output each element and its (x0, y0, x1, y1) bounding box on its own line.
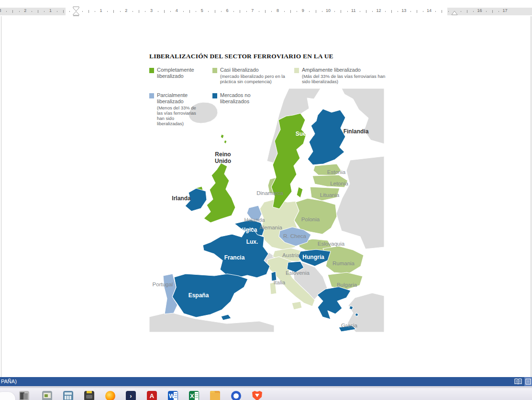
ruler-tick (133, 11, 133, 12)
country-label: Polonia (301, 216, 320, 222)
files-icon[interactable] (19, 391, 29, 400)
firefox-icon[interactable] (105, 391, 115, 400)
legend-swatch-green (149, 68, 154, 73)
country-label: R. Checa (283, 233, 307, 239)
ruler-tick (38, 10, 38, 13)
ruler-tick (284, 11, 285, 12)
legend-note: (Menos del 33% de las vías ferroviarias … (157, 105, 200, 126)
calculator-icon[interactable] (63, 391, 73, 400)
ruler-number: 11 (351, 8, 355, 13)
country-label: Rumania (332, 260, 355, 266)
ruler-tick (89, 10, 89, 13)
ruler-tick (44, 11, 44, 12)
legend-label: Casi liberalizado (220, 67, 293, 73)
ruler-tick (334, 11, 335, 12)
ruler-tick (170, 11, 171, 12)
country-label: Francia (224, 254, 245, 261)
status-bar: PAÑA) (0, 377, 532, 386)
ruler-tick (372, 11, 373, 12)
country-label: Bélgica (237, 227, 257, 233)
ruler-tick (19, 11, 20, 12)
ruler-tick (492, 10, 493, 13)
browser-ring-icon[interactable] (231, 391, 241, 400)
first-line-indent-marker[interactable] (73, 7, 79, 11)
ruler[interactable]: 32112345678910111213141617 (0, 0, 532, 16)
ruler-number: 16 (477, 8, 482, 13)
ruler-tick (341, 10, 341, 13)
ruler-tick (221, 11, 222, 12)
right-indent-marker[interactable] (451, 11, 458, 16)
north-africa-shape (149, 312, 274, 332)
legend-item-no-liberalizados: Mercados no liberalizados (212, 92, 270, 105)
acrobat-icon[interactable]: A (147, 391, 157, 400)
ruler-tick (417, 10, 417, 13)
country-label: Letonia (330, 181, 348, 186)
country-label: Eslovaquia (318, 241, 345, 247)
hanging-indent-marker[interactable] (73, 11, 79, 15)
ruler-number: 7 (251, 8, 254, 13)
ruler-tick (189, 10, 190, 13)
country-label: Lituania (320, 192, 340, 198)
legend-note: (mercado liberalizado pero en la práctic… (220, 74, 293, 84)
ruler-tick (107, 11, 108, 12)
country-francia (203, 228, 270, 278)
ruler-tick (63, 10, 64, 13)
country-grecia (317, 287, 351, 319)
read-mode-button[interactable] (512, 377, 524, 386)
country-label: Hungría (302, 254, 324, 260)
ruler-number: 10 (326, 8, 331, 13)
country-greek-island-2 (355, 313, 358, 316)
ruler-tick (290, 10, 291, 13)
ruler-tick (423, 11, 423, 12)
ruler-tick (69, 11, 70, 12)
excel-icon[interactable]: X (189, 391, 199, 400)
ruler-number: 2 (125, 8, 127, 13)
word-icon[interactable]: W (168, 391, 178, 400)
ruler-tick (183, 11, 184, 12)
ruler-number: 3 (150, 8, 153, 13)
image-viewer-icon[interactable] (42, 391, 52, 400)
folder-icon[interactable] (210, 391, 220, 400)
start-button[interactable] (0, 392, 15, 400)
ruler-tick (32, 11, 32, 12)
country-label: ReinoUnido (215, 151, 231, 164)
ruler-tick (271, 11, 272, 12)
ruler-tick (113, 10, 114, 13)
ruler-tick (448, 11, 449, 12)
ruler-tick (360, 11, 360, 12)
ruler-tick (442, 10, 442, 13)
camera-icon[interactable] (84, 391, 94, 400)
railway-liberalization-infographic: LIBERALIZACIÓN DEL SECTOR FERROVIARIO EN… (149, 53, 386, 335)
legend-swatch-dark-blue (212, 93, 217, 98)
country-label: Estonia (327, 169, 346, 175)
print-layout-button[interactable] (524, 377, 532, 386)
ruler-number: 5 (201, 8, 203, 13)
country-label: Lux. (246, 238, 258, 245)
ruler-tick (499, 11, 499, 12)
ruler-tick (473, 11, 474, 12)
legend-label: Mercados no liberalizados (220, 92, 270, 105)
taskbar: › A W X (0, 388, 532, 400)
ruler-tick (145, 11, 145, 12)
terminal-icon[interactable]: › (126, 391, 136, 400)
brave-icon[interactable] (252, 391, 262, 400)
ruler-tick (309, 11, 310, 12)
legend-swatch-medium-green (212, 68, 217, 73)
country-label: Suecia (296, 130, 314, 137)
ruler-tick (486, 11, 487, 12)
russia-shape (342, 88, 384, 144)
country-label: Finlandia (344, 128, 369, 135)
document-page[interactable]: LIBERALIZACIÓN DEL SECTOR FERROVIARIO EN… (0, 16, 532, 377)
country-label: Holanda (244, 217, 265, 223)
language-indicator[interactable]: PAÑA) (1, 378, 17, 384)
ruler-right-margin (447, 8, 532, 15)
ruler-number: 2 (24, 8, 26, 13)
ruler-tick (95, 11, 95, 12)
ruler-number: 14 (427, 8, 432, 13)
ruler-tick (6, 11, 7, 12)
ruler-number: 17 (502, 8, 507, 13)
country-label: Grecia (341, 323, 357, 328)
legend-label: Parcialmente liberalizado (157, 92, 200, 105)
country-shetland (221, 134, 224, 139)
ruler-tick (467, 10, 467, 13)
